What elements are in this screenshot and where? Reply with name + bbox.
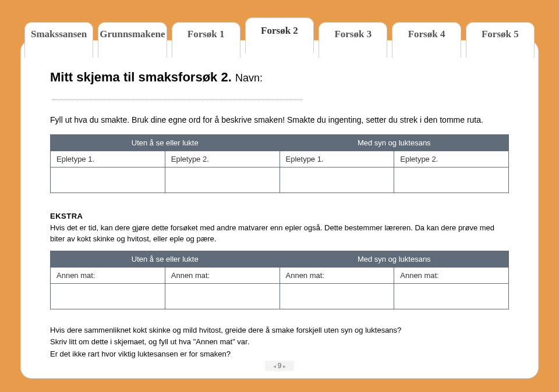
table2-col4: Annen mat: xyxy=(394,267,509,283)
table1-col4: Epletype 2. xyxy=(394,151,509,168)
table1-col3: Epletype 1. xyxy=(280,151,394,168)
taste-table-2: Uten å se eller lukte Med syn og luktesa… xyxy=(50,251,509,309)
footer-line3: Er det ikke rart hvor viktig luktesansen… xyxy=(50,348,509,361)
intro-text: Fyll ut hva du smakte. Bruk dine egne or… xyxy=(50,114,509,126)
table1-header-right: Med syn og luktesans xyxy=(280,135,509,151)
table2-cell2[interactable] xyxy=(165,283,280,309)
table1-cell3[interactable] xyxy=(280,168,394,193)
title-name-label: Navn: xyxy=(235,72,263,84)
table2-col2: Annen mat: xyxy=(165,267,280,283)
table1-col1: Epletype 1. xyxy=(51,151,165,168)
table1-cell4[interactable] xyxy=(394,168,509,193)
tab-forsok-1[interactable]: Forsøk 1 xyxy=(172,22,240,58)
title-main: Mitt skjema til smaksforsøk 2. xyxy=(50,70,232,84)
worksheet-page: Mitt skjema til smaksforsøk 2. Navn: Fyl… xyxy=(21,41,538,378)
table2-cell1[interactable] xyxy=(51,283,165,309)
taste-table-1: Uten å se eller lukte Med syn og luktesa… xyxy=(50,134,509,193)
footer-text: Hvis dere sammenliknet kokt skinke og mi… xyxy=(50,325,509,361)
footer-line2: Skriv litt om dette i skjemaet, og fyll … xyxy=(50,336,509,348)
page-number: 9 xyxy=(265,361,294,371)
extra-label: EKSTRA xyxy=(50,212,83,220)
table2-col1: Annen mat: xyxy=(51,267,165,283)
table2-col3: Annen mat: xyxy=(280,267,394,283)
tab-smakssansen[interactable]: Smakssansen xyxy=(24,22,93,58)
tab-forsok-2[interactable]: Forsøk 2 xyxy=(245,17,314,53)
tab-forsok-5[interactable]: Forsøk 5 xyxy=(466,22,535,58)
table2-header-right: Med syn og luktesans xyxy=(280,251,509,267)
table1-cell2[interactable] xyxy=(165,168,280,193)
table2-cell4[interactable] xyxy=(394,283,509,309)
tab-grunnsmakene[interactable]: Grunnsmakene xyxy=(98,22,167,58)
page-title: Mitt skjema til smaksforsøk 2. Navn: xyxy=(50,70,509,100)
table1-header-left: Uten å se eller lukte xyxy=(51,135,280,151)
tab-bar: Smakssansen Grunnsmakene Forsøk 1 Forsøk… xyxy=(24,17,535,53)
footer-line1: Hvis dere sammenliknet kokt skinke og mi… xyxy=(50,325,509,337)
tab-forsok-4[interactable]: Forsøk 4 xyxy=(392,22,461,58)
name-input-line[interactable] xyxy=(52,99,303,100)
table1-cell1[interactable] xyxy=(51,168,165,193)
tab-forsok-3[interactable]: Forsøk 3 xyxy=(319,22,387,58)
extra-section: EKSTRA Hvis det er tid, kan dere gjøre d… xyxy=(50,211,509,245)
extra-text: Hvis det er tid, kan dere gjøre dette fo… xyxy=(50,223,494,244)
table2-header-left: Uten å se eller lukte xyxy=(51,251,280,267)
table2-cell3[interactable] xyxy=(280,283,394,309)
table1-col2: Epletype 2. xyxy=(165,151,280,168)
